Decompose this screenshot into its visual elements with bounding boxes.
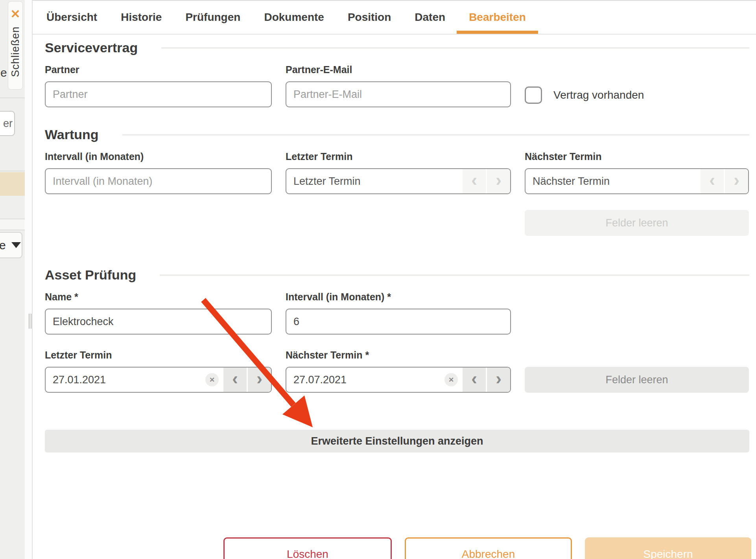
date-next-button[interactable]: › [487, 169, 510, 193]
asset-naechster-termin-input[interactable] [286, 368, 444, 392]
page: e er e ✕ Schließen Übersicht Historie Pr… [0, 0, 756, 559]
wartung-intervall-input[interactable] [45, 168, 272, 194]
section-wartung-header: Wartung [45, 127, 756, 142]
rail-partial-text: e [0, 66, 7, 79]
edit-form: Servicevertrag Partner Partner-E-Mail Ve… [33, 35, 756, 559]
field-wartung-letzter-termin: Letzter Termin ‹ › [286, 151, 511, 194]
wartung-fields: Intervall (in Monaten) Letzter Termin ‹ … [45, 151, 756, 194]
chevron-left-icon: ‹ [232, 370, 238, 387]
asset-fields-row1: Name * Intervall (in Monaten) * [45, 291, 756, 335]
asset-intervall-input[interactable] [286, 309, 511, 335]
section-asset-pruefung-header: Asset Prüfung [45, 267, 756, 283]
chevron-right-icon: › [256, 370, 262, 387]
close-panel-tab[interactable]: ✕ Schließen [8, 1, 23, 90]
asset-actions-cell: Felder leeren [525, 367, 749, 393]
field-asset-letzter-termin: Letzter Termin ✕ ‹ › [45, 349, 272, 393]
save-button[interactable]: Speichern [585, 537, 751, 559]
field-asset-intervall: Intervall (in Monaten) * [286, 291, 511, 335]
asset-name-label: Name * [45, 291, 272, 303]
rail-dropdown-partial-text: e [0, 239, 6, 252]
show-advanced-settings-button[interactable]: Erweiterte Einstellungen anzeigen [45, 430, 749, 452]
chevron-right-icon: › [496, 171, 502, 189]
tab-pruefungen[interactable]: Prüfungen [185, 1, 240, 34]
field-partner-email: Partner-E-Mail [286, 64, 511, 107]
tab-bearbeiten[interactable]: Bearbeiten [469, 1, 526, 34]
section-heading: Wartung [45, 127, 99, 142]
rail-divider-line [0, 97, 25, 98]
section-servicevertrag-header: Servicevertrag [45, 40, 756, 55]
field-partner: Partner [45, 64, 272, 107]
wartung-clear-fields-button[interactable]: Felder leeren [525, 210, 749, 236]
date-prev-button[interactable]: ‹ [463, 368, 486, 392]
section-rule [160, 274, 749, 276]
main-panel: Übersicht Historie Prüfungen Dokumente P… [33, 0, 756, 559]
asset-letzter-termin-input[interactable] [46, 368, 205, 392]
vertrag-vorhanden-checkbox[interactable] [525, 86, 542, 104]
wartung-letzter-termin-input[interactable] [286, 169, 463, 193]
partner-input[interactable] [45, 81, 272, 107]
tab-position[interactable]: Position [348, 1, 391, 34]
section-heading: Servicevertrag [45, 40, 138, 55]
chevron-left-icon: ‹ [709, 171, 715, 189]
field-wartung-intervall: Intervall (in Monaten) [45, 151, 272, 194]
form-actions: Löschen Abbrechen Speichern [223, 537, 756, 559]
tab-uebersicht[interactable]: Übersicht [46, 1, 97, 34]
tab-daten[interactable]: Daten [415, 1, 445, 34]
tab-dokumente[interactable]: Dokumente [264, 1, 324, 34]
delete-button[interactable]: Löschen [223, 537, 392, 559]
wartung-intervall-label: Intervall (in Monaten) [45, 151, 272, 162]
tab-historie[interactable]: Historie [121, 1, 162, 34]
clear-icon: ✕ [448, 376, 454, 384]
caret-down-icon [11, 242, 21, 248]
tab-bar: Übersicht Historie Prüfungen Dokumente P… [33, 1, 756, 35]
wartung-naechster-termin-field: ‹ › [525, 168, 749, 194]
rail-partial-input-value: er [3, 118, 13, 130]
wartung-naechster-termin-input[interactable] [526, 169, 701, 193]
date-prev-button[interactable]: ‹ [463, 169, 486, 193]
section-heading: Asset Prüfung [45, 267, 136, 283]
rail-highlighted-row[interactable] [0, 172, 25, 196]
chevron-right-icon: › [734, 171, 739, 189]
chevron-right-icon: › [496, 370, 502, 387]
wartung-letzter-termin-label: Letzter Termin [286, 151, 511, 162]
wartung-naechster-termin-label: Nächster Termin [525, 151, 749, 162]
field-asset-naechster-termin: Nächster Termin * ✕ ‹ › [286, 349, 511, 393]
wartung-letzter-termin-field: ‹ › [286, 168, 511, 194]
clear-date-button[interactable]: ✕ [205, 373, 219, 386]
asset-letzter-termin-label: Letzter Termin [45, 349, 272, 361]
asset-naechster-termin-label: Nächster Termin * [286, 349, 511, 361]
field-asset-name: Name * [45, 291, 272, 335]
chevron-left-icon: ‹ [471, 370, 477, 387]
asset-name-input[interactable] [45, 309, 272, 335]
rail-partial-input[interactable]: er [0, 111, 15, 136]
panel-resize-handle[interactable] [29, 314, 33, 329]
asset-naechster-termin-field: ✕ ‹ › [286, 367, 511, 393]
rail-dropdown[interactable]: e [0, 232, 22, 258]
asset-clear-fields-button[interactable]: Felder leeren [525, 367, 749, 393]
section-rule [122, 134, 749, 136]
close-icon[interactable]: ✕ [10, 8, 20, 20]
section-rule [161, 47, 749, 49]
clear-date-button[interactable]: ✕ [444, 373, 458, 386]
asset-intervall-label: Intervall (in Monaten) * [286, 291, 511, 303]
asset-fields-row2: Letzter Termin ✕ ‹ › Nächster Termin * ✕ [45, 349, 756, 393]
field-vertrag-vorhanden: Vertrag vorhanden [525, 86, 749, 104]
date-prev-button[interactable]: ‹ [223, 368, 247, 392]
date-next-button[interactable]: › [248, 368, 271, 392]
rail-divider-line [0, 171, 25, 171]
wartung-actions-row: Felder leeren [45, 210, 756, 236]
close-tab-label: Schließen [9, 26, 22, 77]
date-next-button[interactable]: › [725, 169, 748, 193]
partner-label: Partner [45, 64, 272, 75]
partner-email-input[interactable] [286, 81, 511, 107]
vertrag-vorhanden-label: Vertrag vorhanden [553, 89, 644, 101]
servicevertrag-fields: Partner Partner-E-Mail Vertrag vorhanden [45, 64, 756, 107]
field-wartung-naechster-termin: Nächster Termin ‹ › [525, 151, 749, 194]
cancel-button[interactable]: Abbrechen [405, 537, 572, 559]
date-prev-button[interactable]: ‹ [701, 169, 724, 193]
asset-letzter-termin-field: ✕ ‹ › [45, 367, 272, 393]
rail-gutter [25, 0, 32, 559]
rail-row[interactable] [0, 219, 25, 230]
date-next-button[interactable]: › [487, 368, 510, 392]
chevron-left-icon: ‹ [471, 171, 477, 189]
